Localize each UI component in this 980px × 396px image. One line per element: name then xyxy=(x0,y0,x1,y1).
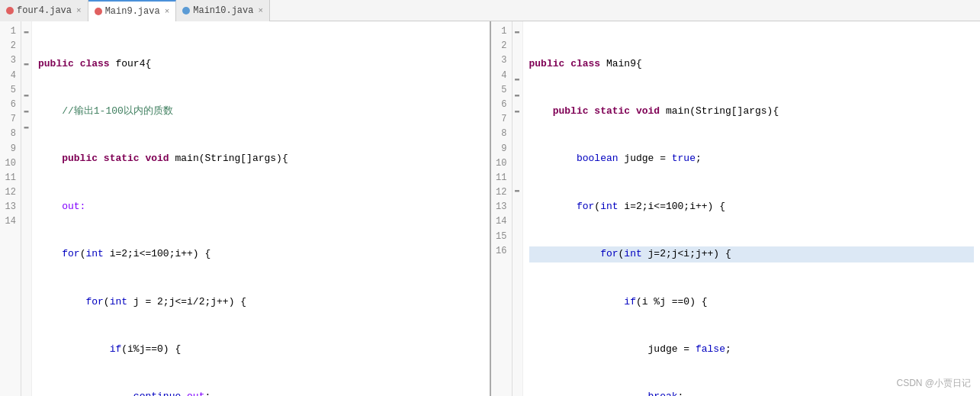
code-line-r5: for(int j=2;j<i;j++) { xyxy=(529,246,975,262)
code-lines-right[interactable]: public class Main9{ public static void m… xyxy=(523,21,981,396)
tab-icon-main9 xyxy=(95,8,102,15)
fold-col-left: ▬ ▬ ▬ ▬▬ xyxy=(21,21,32,396)
tab-close-main10[interactable]: × xyxy=(258,6,263,15)
code-line-r3: boolean judge = true; xyxy=(529,151,975,167)
tab-four4[interactable]: four4.java × xyxy=(0,0,88,21)
tab-icon-four4 xyxy=(6,7,14,14)
code-lines-left[interactable]: public class four4{ //输出1-100以内的质数 publi… xyxy=(32,21,490,396)
tab-main10[interactable]: Main10.java × xyxy=(176,0,270,21)
code-line-l2: //输出1-100以内的质数 xyxy=(38,104,484,120)
code-line-l7: if(i%j==0) { xyxy=(38,342,484,358)
editor-pane-left: 12345 678910 11121314 ▬ ▬ ▬ ▬▬ public cl… xyxy=(0,21,491,396)
editor-pane-right: 12345 678910 1112131415 16 ▬ ▬▬ ▬ ▬ publ… xyxy=(491,21,981,396)
tab-label-main10: Main10.java xyxy=(193,5,253,16)
code-line-l1: public class four4{ xyxy=(38,56,484,72)
tab-close-main9[interactable]: × xyxy=(165,7,170,16)
fold-col-right: ▬ ▬▬ ▬ ▬ xyxy=(512,21,523,396)
tab-icon-main10 xyxy=(182,7,190,14)
watermark: CSDN @小贾日记 xyxy=(896,377,971,390)
line-numbers-left: 12345 678910 11121314 xyxy=(0,21,21,396)
code-container-right: 12345 678910 1112131415 16 ▬ ▬▬ ▬ ▬ publ… xyxy=(491,21,981,396)
tab-label-four4: four4.java xyxy=(17,5,72,16)
code-line-r4: for(int i=2;i<=100;i++) { xyxy=(529,199,975,215)
code-line-r1: public class Main9{ xyxy=(529,56,975,72)
tab-main9[interactable]: Main9.java × xyxy=(88,0,177,21)
tab-label-main9: Main9.java xyxy=(105,6,160,17)
tab-bar: four4.java × Main9.java × Main10.java × xyxy=(0,0,980,21)
editor-area: 12345 678910 11121314 ▬ ▬ ▬ ▬▬ public cl… xyxy=(0,21,980,396)
code-line-r8: break; xyxy=(529,389,975,396)
code-line-l5: for(int i=2;i<=100;i++) { xyxy=(38,246,484,262)
code-line-r6: if(i %j ==0) { xyxy=(529,295,975,311)
code-line-l8: continue out; xyxy=(38,389,484,396)
code-line-l6: for(int j = 2;j<=i/2;j++) { xyxy=(38,295,484,311)
code-line-l3: public static void main(String[]args){ xyxy=(38,151,484,167)
line-numbers-right: 12345 678910 1112131415 16 xyxy=(491,21,512,396)
tab-close-four4[interactable]: × xyxy=(76,6,82,15)
code-line-l4: out: xyxy=(38,199,484,215)
code-container-left: 12345 678910 11121314 ▬ ▬ ▬ ▬▬ public cl… xyxy=(0,21,490,396)
code-line-r2: public static void main(String[]args){ xyxy=(529,104,975,120)
code-line-r7: judge = false; xyxy=(529,342,975,358)
